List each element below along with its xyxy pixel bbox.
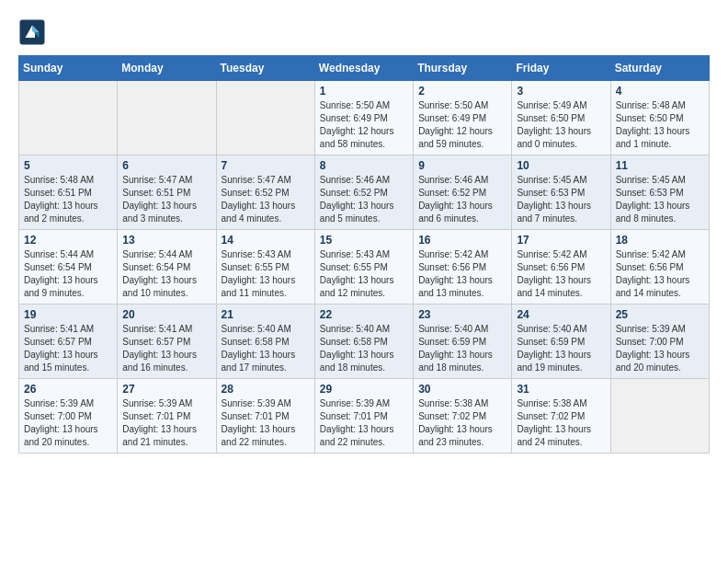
day-number: 16 bbox=[418, 234, 506, 247]
calendar-cell: 24Sunrise: 5:40 AM Sunset: 6:59 PM Dayli… bbox=[512, 304, 610, 379]
day-info: Sunrise: 5:40 AM Sunset: 6:58 PM Dayligh… bbox=[222, 323, 310, 374]
day-number: 1 bbox=[320, 85, 408, 98]
day-number: 27 bbox=[122, 383, 210, 396]
day-info: Sunrise: 5:50 AM Sunset: 6:49 PM Dayligh… bbox=[320, 99, 408, 151]
calendar-cell: 29Sunrise: 5:39 AM Sunset: 7:01 PM Dayli… bbox=[314, 379, 413, 454]
day-number: 7 bbox=[222, 159, 310, 172]
day-header-saturday: Saturday bbox=[610, 56, 709, 81]
day-number: 24 bbox=[517, 308, 605, 321]
day-info: Sunrise: 5:39 AM Sunset: 7:00 PM Dayligh… bbox=[24, 397, 112, 449]
calendar-cell: 30Sunrise: 5:38 AM Sunset: 7:02 PM Dayli… bbox=[414, 379, 512, 454]
day-info: Sunrise: 5:50 AM Sunset: 6:49 PM Dayligh… bbox=[418, 99, 506, 151]
day-number: 11 bbox=[616, 159, 704, 172]
calendar-cell bbox=[19, 81, 118, 155]
calendar-cell: 23Sunrise: 5:40 AM Sunset: 6:59 PM Dayli… bbox=[414, 304, 512, 379]
logo bbox=[18, 18, 48, 46]
week-row-5: 26Sunrise: 5:39 AM Sunset: 7:00 PM Dayli… bbox=[19, 379, 710, 454]
day-number: 25 bbox=[616, 308, 704, 321]
day-number: 28 bbox=[222, 383, 310, 396]
calendar-cell: 5Sunrise: 5:48 AM Sunset: 6:51 PM Daylig… bbox=[19, 155, 118, 230]
day-info: Sunrise: 5:41 AM Sunset: 6:57 PM Dayligh… bbox=[122, 323, 210, 374]
calendar-cell: 6Sunrise: 5:47 AM Sunset: 6:51 PM Daylig… bbox=[118, 155, 216, 230]
day-info: Sunrise: 5:46 AM Sunset: 6:52 PM Dayligh… bbox=[418, 174, 506, 225]
calendar-cell: 28Sunrise: 5:39 AM Sunset: 7:01 PM Dayli… bbox=[216, 379, 314, 454]
calendar-cell: 8Sunrise: 5:46 AM Sunset: 6:52 PM Daylig… bbox=[314, 155, 413, 230]
day-number: 12 bbox=[24, 234, 112, 247]
day-info: Sunrise: 5:47 AM Sunset: 6:51 PM Dayligh… bbox=[122, 174, 210, 225]
logo-icon bbox=[18, 18, 46, 46]
calendar-cell: 1Sunrise: 5:50 AM Sunset: 6:49 PM Daylig… bbox=[314, 81, 413, 155]
day-info: Sunrise: 5:42 AM Sunset: 6:56 PM Dayligh… bbox=[616, 248, 704, 300]
day-header-thursday: Thursday bbox=[414, 56, 512, 81]
day-info: Sunrise: 5:45 AM Sunset: 6:53 PM Dayligh… bbox=[616, 174, 704, 225]
day-info: Sunrise: 5:40 AM Sunset: 6:58 PM Dayligh… bbox=[320, 323, 408, 374]
calendar-cell: 18Sunrise: 5:42 AM Sunset: 6:56 PM Dayli… bbox=[610, 230, 709, 304]
week-row-1: 1Sunrise: 5:50 AM Sunset: 6:49 PM Daylig… bbox=[19, 81, 710, 155]
calendar-cell: 15Sunrise: 5:43 AM Sunset: 6:55 PM Dayli… bbox=[314, 230, 413, 304]
day-info: Sunrise: 5:43 AM Sunset: 6:55 PM Dayligh… bbox=[320, 248, 408, 300]
day-number: 14 bbox=[222, 234, 310, 247]
day-number: 20 bbox=[122, 308, 210, 321]
day-info: Sunrise: 5:42 AM Sunset: 6:56 PM Dayligh… bbox=[418, 248, 506, 300]
day-header-sunday: Sunday bbox=[19, 56, 118, 81]
day-number: 22 bbox=[320, 308, 408, 321]
day-number: 30 bbox=[418, 383, 506, 396]
day-number: 31 bbox=[517, 383, 605, 396]
calendar-cell: 10Sunrise: 5:45 AM Sunset: 6:53 PM Dayli… bbox=[512, 155, 610, 230]
calendar-cell: 2Sunrise: 5:50 AM Sunset: 6:49 PM Daylig… bbox=[414, 81, 512, 155]
calendar-table: SundayMondayTuesdayWednesdayThursdayFrid… bbox=[18, 55, 710, 454]
week-row-3: 12Sunrise: 5:44 AM Sunset: 6:54 PM Dayli… bbox=[19, 230, 710, 304]
day-number: 8 bbox=[320, 159, 408, 172]
day-info: Sunrise: 5:48 AM Sunset: 6:51 PM Dayligh… bbox=[24, 174, 112, 225]
calendar-cell: 9Sunrise: 5:46 AM Sunset: 6:52 PM Daylig… bbox=[414, 155, 512, 230]
calendar-cell: 27Sunrise: 5:39 AM Sunset: 7:01 PM Dayli… bbox=[118, 379, 216, 454]
day-number: 29 bbox=[320, 383, 408, 396]
day-number: 18 bbox=[616, 234, 704, 247]
calendar-cell: 16Sunrise: 5:42 AM Sunset: 6:56 PM Dayli… bbox=[414, 230, 512, 304]
day-header-tuesday: Tuesday bbox=[216, 56, 314, 81]
calendar-cell: 4Sunrise: 5:48 AM Sunset: 6:50 PM Daylig… bbox=[610, 81, 709, 155]
day-header-wednesday: Wednesday bbox=[314, 56, 413, 81]
day-number: 23 bbox=[418, 308, 506, 321]
calendar-cell: 12Sunrise: 5:44 AM Sunset: 6:54 PM Dayli… bbox=[19, 230, 118, 304]
day-info: Sunrise: 5:39 AM Sunset: 7:01 PM Dayligh… bbox=[122, 397, 210, 449]
calendar-cell bbox=[610, 379, 709, 454]
day-info: Sunrise: 5:38 AM Sunset: 7:02 PM Dayligh… bbox=[517, 397, 605, 449]
calendar-cell: 11Sunrise: 5:45 AM Sunset: 6:53 PM Dayli… bbox=[610, 155, 709, 230]
calendar-cell bbox=[118, 81, 216, 155]
calendar-cell: 13Sunrise: 5:44 AM Sunset: 6:54 PM Dayli… bbox=[118, 230, 216, 304]
calendar-cell: 25Sunrise: 5:39 AM Sunset: 7:00 PM Dayli… bbox=[610, 304, 709, 379]
calendar-cell bbox=[216, 81, 314, 155]
day-header-friday: Friday bbox=[512, 56, 610, 81]
day-info: Sunrise: 5:47 AM Sunset: 6:52 PM Dayligh… bbox=[222, 174, 310, 225]
day-info: Sunrise: 5:49 AM Sunset: 6:50 PM Dayligh… bbox=[517, 99, 605, 151]
day-info: Sunrise: 5:40 AM Sunset: 6:59 PM Dayligh… bbox=[418, 323, 506, 374]
calendar-cell: 3Sunrise: 5:49 AM Sunset: 6:50 PM Daylig… bbox=[512, 81, 610, 155]
day-info: Sunrise: 5:45 AM Sunset: 6:53 PM Dayligh… bbox=[517, 174, 605, 225]
calendar-cell: 31Sunrise: 5:38 AM Sunset: 7:02 PM Dayli… bbox=[512, 379, 610, 454]
calendar-cell: 20Sunrise: 5:41 AM Sunset: 6:57 PM Dayli… bbox=[118, 304, 216, 379]
calendar-cell: 14Sunrise: 5:43 AM Sunset: 6:55 PM Dayli… bbox=[216, 230, 314, 304]
day-number: 21 bbox=[222, 308, 310, 321]
day-number: 15 bbox=[320, 234, 408, 247]
calendar-cell: 22Sunrise: 5:40 AM Sunset: 6:58 PM Dayli… bbox=[314, 304, 413, 379]
day-info: Sunrise: 5:39 AM Sunset: 7:01 PM Dayligh… bbox=[222, 397, 310, 449]
day-number: 19 bbox=[24, 308, 112, 321]
day-header-monday: Monday bbox=[118, 56, 216, 81]
day-number: 10 bbox=[517, 159, 605, 172]
day-number: 13 bbox=[122, 234, 210, 247]
day-info: Sunrise: 5:48 AM Sunset: 6:50 PM Dayligh… bbox=[616, 99, 704, 151]
day-info: Sunrise: 5:41 AM Sunset: 6:57 PM Dayligh… bbox=[24, 323, 112, 374]
day-number: 26 bbox=[24, 383, 112, 396]
header bbox=[18, 18, 710, 46]
day-info: Sunrise: 5:44 AM Sunset: 6:54 PM Dayligh… bbox=[122, 248, 210, 300]
day-info: Sunrise: 5:38 AM Sunset: 7:02 PM Dayligh… bbox=[418, 397, 506, 449]
day-headers: SundayMondayTuesdayWednesdayThursdayFrid… bbox=[19, 56, 710, 81]
day-number: 6 bbox=[122, 159, 210, 172]
day-number: 4 bbox=[616, 85, 704, 98]
calendar-cell: 7Sunrise: 5:47 AM Sunset: 6:52 PM Daylig… bbox=[216, 155, 314, 230]
day-info: Sunrise: 5:46 AM Sunset: 6:52 PM Dayligh… bbox=[320, 174, 408, 225]
calendar-cell: 17Sunrise: 5:42 AM Sunset: 6:56 PM Dayli… bbox=[512, 230, 610, 304]
day-number: 5 bbox=[24, 159, 112, 172]
day-info: Sunrise: 5:39 AM Sunset: 7:01 PM Dayligh… bbox=[320, 397, 408, 449]
